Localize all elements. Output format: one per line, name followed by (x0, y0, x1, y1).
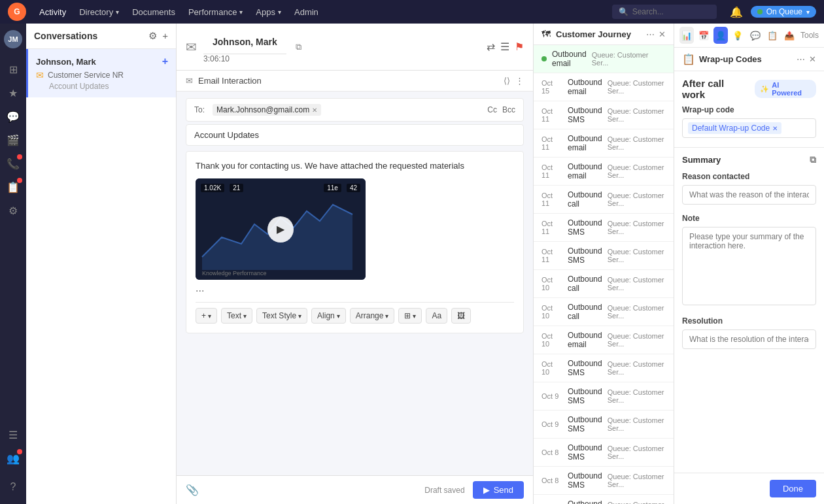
journey-item-queue: Queue: Customer Ser... (608, 248, 666, 263)
nav-apps[interactable]: Apps ▾ (256, 7, 281, 17)
chevron-down-icon: ▾ (243, 312, 247, 320)
journey-list-item[interactable]: Oct 9 Outbound SMS Queue: Customer Ser..… (534, 411, 674, 439)
swap-icon[interactable]: ⇄ (487, 41, 495, 53)
sidebar-icon-star[interactable]: ★ (3, 82, 24, 103)
tools-label[interactable]: Tools (800, 31, 819, 40)
image-icon: 🖼 (457, 311, 465, 320)
tool-notes-tab[interactable]: 📋 (765, 27, 780, 44)
email-header-actions: ⇄ ☰ ⚑ (487, 41, 524, 53)
sidebar-icon-phone[interactable]: 📞 (3, 153, 24, 174)
conversation-item[interactable]: Johnson, Mark + ✉ Customer Service NR Ac… (26, 49, 176, 97)
font-size-toolbar-button[interactable]: Aa (426, 308, 447, 324)
reason-contacted-input[interactable] (682, 185, 816, 205)
global-search[interactable]: 🔍 (612, 5, 717, 19)
table-toolbar-button[interactable]: ⊞ ▾ (398, 308, 422, 324)
sidebar-icon-settings[interactable]: ⚙ (3, 200, 24, 221)
journey-list-item[interactable]: Oct 10 Outbound SMS Queue: Customer Ser.… (534, 354, 674, 382)
journey-list-item[interactable]: Oct 9 Outbound SMS Queue: Customer Ser..… (534, 382, 674, 411)
image-toolbar-button[interactable]: 🖼 (451, 308, 471, 324)
sidebar-icon-messages[interactable]: 💬 (3, 106, 24, 127)
notification-bell-icon[interactable]: 🔔 (730, 6, 743, 18)
journey-list-item[interactable]: Oct 10 Outbound email Queue: Customer Se… (534, 326, 674, 354)
sidebar-icon-people[interactable]: 👥 (3, 448, 24, 469)
nav-documents[interactable]: Documents (132, 7, 175, 17)
copy-summary-icon[interactable]: ⧉ (810, 154, 816, 165)
journey-list-item[interactable]: Oct 15 Outbound email Queue: Customer Se… (534, 73, 674, 101)
cc-button[interactable]: Cc (487, 105, 497, 114)
close-icon[interactable]: ✕ (809, 54, 816, 64)
nav-directory[interactable]: Directory ▾ (79, 7, 119, 17)
chevron-down-icon: ▾ (806, 8, 810, 16)
tool-transfer-tab[interactable]: 📤 (782, 27, 797, 44)
remove-recipient-icon[interactable]: ✕ (312, 107, 317, 114)
settings-icon[interactable]: ⚙ (148, 30, 157, 42)
journey-list-item[interactable]: Oct 11 Outbound SMS Queue: Customer Ser.… (534, 214, 674, 242)
journey-list-item[interactable]: Oct 10 Outbound call Queue: Customer Ser… (534, 298, 674, 326)
close-icon[interactable]: ✕ (659, 29, 666, 39)
tool-chat-tab[interactable]: 💬 (748, 27, 763, 44)
video-attachment-preview[interactable]: 1.02K 21 11e 42 Knowledge Performance (196, 178, 366, 280)
send-button[interactable]: ▶ Send (473, 481, 524, 499)
journey-list-item[interactable]: Oct 10 Outbound call Queue: Customer Ser… (534, 270, 674, 298)
play-button[interactable]: ▶ (267, 216, 294, 243)
copy-icon[interactable]: ⧉ (296, 42, 301, 52)
arrange-toolbar-button[interactable]: Arrange ▾ (350, 308, 395, 324)
sidebar-icon-list[interactable]: ☰ (3, 424, 24, 445)
more-options-icon[interactable]: ⋯ (646, 29, 655, 39)
email-body-text[interactable]: Thank you for contacting us. We have att… (196, 161, 514, 171)
add-conversation-icon[interactable]: + (162, 30, 168, 42)
collapse-icon[interactable]: ⟨⟩ (504, 76, 510, 86)
done-button[interactable]: Done (770, 480, 816, 497)
journey-live-item[interactable]: Outbound email Queue: Customer Ser... (534, 45, 674, 73)
phone-badge (17, 154, 22, 160)
nav-admin[interactable]: Admin (294, 7, 318, 17)
sidebar-icon-help[interactable]: ? (3, 477, 24, 497)
wrapup-code-group: Wrap-up code Default Wrap-up Code ✕ (682, 105, 816, 138)
on-queue-status[interactable]: On Queue ▾ (751, 6, 816, 18)
tool-analytics-tab[interactable]: 📊 (679, 27, 694, 44)
journey-item-date: Oct 11 (541, 220, 562, 235)
journey-list-item[interactable]: Oct 8 Outbound SMS Queue: Customer Ser..… (534, 495, 674, 504)
journey-item-type: Outbound SMS (568, 387, 602, 405)
journey-item-queue: Queue: Customer Ser... (608, 360, 666, 376)
list-icon[interactable]: ☰ (500, 41, 509, 53)
text-style-toolbar-button[interactable]: Text Style ▾ (256, 308, 307, 324)
text-toolbar-button[interactable]: Text ▾ (221, 308, 252, 324)
sidebar-icon-home[interactable]: ⊞ (3, 59, 24, 80)
flag-icon[interactable]: ⚑ (515, 41, 524, 53)
journey-list-item[interactable]: Oct 8 Outbound SMS Queue: Customer Ser..… (534, 439, 674, 467)
note-textarea[interactable] (682, 227, 816, 305)
more-options-icon[interactable]: ⋮ (515, 76, 524, 86)
journey-list-item[interactable]: Oct 11 Outbound SMS Queue: Customer Ser.… (534, 242, 674, 270)
wrapup-code-field[interactable]: Default Wrap-up Code ✕ (682, 118, 816, 138)
tool-schedule-tab[interactable]: 📅 (696, 27, 711, 44)
email-panel: ✉ Johnson, Mark 3:06:10 ⧉ ⇄ ☰ ⚑ ✉ Email … (177, 24, 533, 504)
add-item-button[interactable]: + (162, 56, 168, 67)
journey-list-item[interactable]: Oct 11 Outbound email Queue: Customer Se… (534, 129, 674, 158)
subject-row[interactable]: Account Updates (186, 124, 524, 146)
more-options-icon[interactable]: ⋯ (797, 54, 805, 64)
align-toolbar-button[interactable]: Align ▾ (311, 308, 346, 324)
tool-contact-tab[interactable]: 👤 (713, 27, 728, 44)
journey-list-item[interactable]: Oct 11 Outbound email Queue: Customer Se… (534, 158, 674, 186)
bcc-button[interactable]: Bcc (502, 105, 515, 114)
resolution-input[interactable] (682, 329, 816, 349)
journey-list-item[interactable]: Oct 11 Outbound call Queue: Customer Ser… (534, 186, 674, 214)
main-layout: JM ⊞ ★ 💬 🎬 📞 📋 ⚙ ☰ 👥 ? Conversations ⚙ + (0, 24, 824, 504)
recipient-chip[interactable]: Mark.Johnson@gmail.com ✕ (213, 104, 321, 116)
search-input[interactable] (632, 7, 711, 16)
journey-item-type: Outbound email (568, 331, 602, 349)
tool-knowledge-tab[interactable]: 💡 (730, 27, 745, 44)
attachment-icon[interactable]: 📎 (186, 484, 199, 496)
email-interaction-header: ✉ Email Interaction ⟨⟩ ⋮ (177, 71, 533, 92)
nav-performance[interactable]: Performance ▾ (188, 7, 243, 17)
sidebar-icon-video[interactable]: 🎬 (3, 129, 24, 150)
nav-activity[interactable]: Activity (39, 7, 66, 17)
journey-list-item[interactable]: Oct 11 Outbound SMS Queue: Customer Ser.… (534, 101, 674, 129)
sidebar-icon-clipboard[interactable]: 📋 (3, 176, 24, 197)
add-toolbar-button[interactable]: + ▾ (196, 308, 217, 324)
chevron-down-icon: ▾ (298, 312, 301, 320)
journey-list-item[interactable]: Oct 8 Outbound SMS Queue: Customer Ser..… (534, 467, 674, 495)
journey-item-type: Outbound SMS (568, 443, 602, 462)
remove-code-icon[interactable]: ✕ (772, 125, 778, 132)
